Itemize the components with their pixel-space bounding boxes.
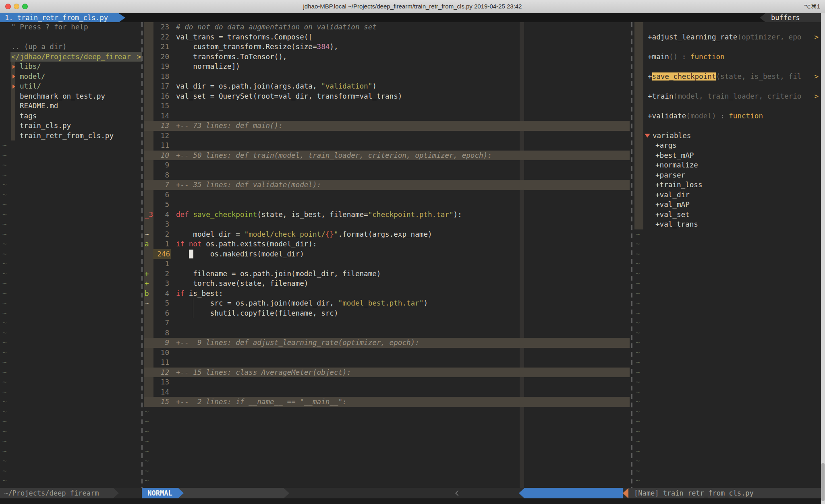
tilde-line: ~: [634, 328, 821, 338]
blank-line[interactable]: 10: [144, 348, 630, 358]
folded-line[interactable]: 9+-- 9 lines: def adjust_learning_rate(o…: [144, 338, 630, 348]
blank-line[interactable]: 14: [144, 111, 630, 121]
blank-line[interactable]: 18: [144, 72, 630, 82]
tilde-marker: ~: [2, 219, 7, 229]
blank-line[interactable]: 5: [144, 200, 630, 210]
tree-file-item[interactable]: train_retr_from_cls.py: [0, 131, 142, 141]
tag-variable-item[interactable]: +val_dir: [634, 190, 821, 200]
code-line[interactable]: 246 os.makedirs(model_dir): [144, 249, 630, 259]
terminal-window: jdhao-MBP.local ~/Projects/deep_firearm/…: [0, 0, 825, 504]
tag-variable-item[interactable]: +best_mAP: [634, 151, 821, 161]
folded-line[interactable]: 7+-- 35 lines: def validate(model):: [144, 180, 630, 190]
tilde-marker: ~: [2, 318, 7, 328]
code-line[interactable]: +3 torch.save(state, filename): [144, 279, 630, 289]
tilde-marker: ~: [2, 210, 7, 220]
tab-train-retr-from-cls[interactable]: 1. train_retr_from_cls.py: [0, 13, 119, 22]
tilde-marker: ~: [2, 151, 7, 161]
code-line[interactable]: 21 custom_transform.Resize(size=384),: [144, 42, 630, 52]
tag-item[interactable]: +main() : function: [634, 52, 821, 62]
tree-file-item[interactable]: train_cls.py: [0, 121, 142, 131]
blank-line[interactable]: 11: [144, 140, 630, 151]
line-number: 19: [144, 62, 169, 72]
code-line[interactable]: 19 normalize]): [144, 62, 630, 72]
blank-line[interactable]: 6: [144, 190, 630, 200]
blank-line[interactable]: 12: [144, 131, 630, 141]
tilde-line: ~: [0, 417, 142, 427]
tree-file-item[interactable]: tags: [0, 111, 142, 121]
line-number: 6: [144, 308, 169, 318]
command-line[interactable]: [0, 498, 825, 504]
tilde-line: ~: [144, 407, 630, 417]
tilde-marker: ~: [2, 368, 7, 378]
tagbar-statusline: [Name] train_retr_from_cls.py: [628, 488, 825, 498]
tag-variable-item[interactable]: +val_trans: [634, 219, 821, 229]
code-line[interactable]: 23# do not do data augmentation on valid…: [144, 22, 630, 32]
tag-kind-header[interactable]: variables: [634, 131, 821, 141]
tilde-marker: ~: [636, 407, 640, 417]
tilde-line: ~: [634, 279, 821, 289]
tilde-marker: ~: [2, 357, 7, 368]
line-number: 21: [144, 42, 169, 52]
tilde-marker: ~: [636, 377, 640, 387]
blank-line[interactable]: 11: [144, 357, 630, 368]
tag-variable-item[interactable]: +parser: [634, 170, 821, 180]
tilde-marker: ~: [2, 456, 7, 466]
tilde-line: ~: [144, 427, 630, 437]
blank-line[interactable]: 8: [144, 328, 630, 338]
folded-line[interactable]: 13+-- 73 lines: def main():: [144, 121, 630, 131]
tree-dir-item[interactable]: libs/: [0, 62, 142, 72]
tree-dir-item[interactable]: model/: [0, 72, 142, 82]
tree-root-item[interactable]: </jdhao/Projects/deep_firear>: [0, 52, 142, 62]
blank-line[interactable]: 8: [144, 170, 630, 180]
scrollbar-thumb[interactable]: [821, 463, 825, 501]
tag-item[interactable]: +train(model, train_loader, criterio>: [634, 91, 821, 101]
code-line[interactable]: 6 shutil.copyfile(filename, src): [144, 308, 630, 318]
nerdtree-statusline: ~/Projects/deep_firearm: [0, 488, 113, 498]
code-line[interactable]: 16val_set = QuerySet(root=val_dir, trans…: [144, 91, 630, 101]
tag-variable-item[interactable]: +args: [634, 140, 821, 151]
code-line[interactable]: 20 transforms.ToTensor(),: [144, 52, 630, 62]
tilde-line: ~: [634, 348, 821, 358]
scrollbar-track[interactable]: [821, 13, 825, 504]
tree-dir-item[interactable]: util/: [0, 81, 142, 91]
fold-summary-text: +-- 35 lines: def validate(model):: [176, 180, 321, 190]
code-line[interactable]: +2 filename = os.path.join(model_dir, fi…: [144, 269, 630, 279]
tilde-line: ~: [0, 180, 142, 190]
code-line[interactable]: 22val_trans = transforms.Compose([: [144, 32, 630, 42]
blank-line[interactable]: 15: [144, 101, 630, 111]
tag-variable-item[interactable]: +train_loss: [634, 180, 821, 190]
tilde-marker: ~: [2, 279, 7, 289]
tilde-marker: ~: [636, 387, 640, 397]
blank-line[interactable]: 14: [144, 387, 630, 397]
tree-file-item[interactable]: README.md: [0, 101, 142, 111]
blank-line[interactable]: 3: [144, 219, 630, 229]
tree-updir-item[interactable]: .. (up a dir): [0, 42, 142, 52]
code-line[interactable]: ~2 model_dir = "model/check_point/{}".fo…: [144, 229, 630, 240]
tag-item[interactable]: +validate(model) : function: [634, 111, 821, 121]
tag-variable-item[interactable]: +val_mAP: [634, 200, 821, 210]
tilde-line: ~: [0, 377, 142, 387]
tag-signature: (optimizer, epo: [737, 33, 801, 41]
tag-item[interactable]: +save_checkpoint(state, is_best, fil>: [634, 72, 821, 82]
code-line[interactable]: b4if is_best:: [144, 289, 630, 299]
blank-line[interactable]: 9: [144, 160, 630, 170]
blank-line[interactable]: 13: [144, 377, 630, 387]
code-line[interactable]: a1if not os.path.exists(model_dir):: [144, 239, 630, 249]
code-line[interactable]: ~5 src = os.path.join(model_dir, "model_…: [144, 298, 630, 308]
blank-line[interactable]: 1: [144, 259, 630, 269]
folded-line[interactable]: 15+-- 2 lines: if __name__ == "__main__"…: [144, 397, 630, 407]
code-line[interactable]: 17val_dir = os.path.join(args.data, "val…: [144, 81, 630, 91]
blank-line[interactable]: 7: [144, 318, 630, 328]
code-line[interactable]: _34def save_checkpoint(state, is_best, f…: [144, 210, 630, 220]
folded-line[interactable]: 10+-- 50 lines: def train(model, train_l…: [144, 151, 630, 161]
tree-file-item[interactable]: benchmark_on_test.py: [0, 91, 142, 101]
tilde-marker: ~: [2, 269, 7, 279]
folded-line[interactable]: 12+-- 15 lines: class AverageMeter(objec…: [144, 368, 630, 378]
tilde-line: ~: [634, 476, 821, 486]
tag-item[interactable]: +adjust_learning_rate(optimizer, epo>: [634, 32, 821, 42]
tag-variable-item[interactable]: +normalize: [634, 160, 821, 170]
tag-variable-item[interactable]: +val_set: [634, 210, 821, 220]
tilde-marker: ~: [636, 338, 640, 348]
window-separator[interactable]: [631, 22, 632, 488]
window-separator[interactable]: [141, 22, 143, 488]
